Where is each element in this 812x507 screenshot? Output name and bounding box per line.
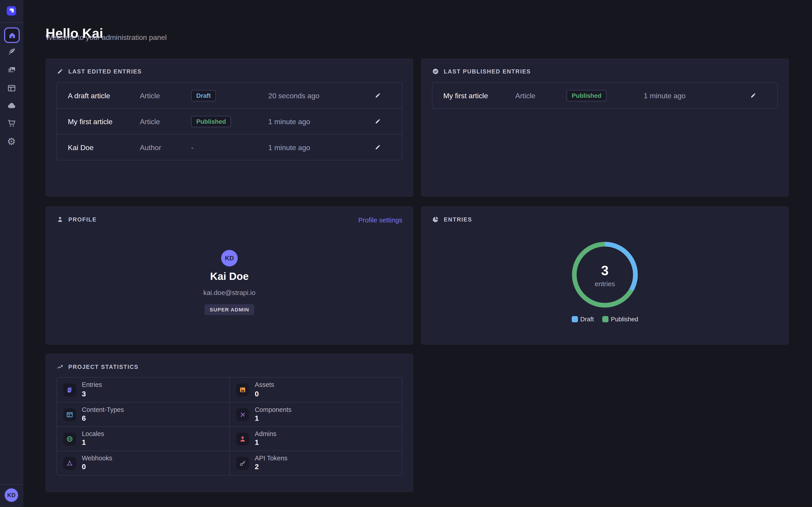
stat-label: Admins: [255, 431, 276, 438]
role-badge: SUPER ADMIN: [205, 304, 254, 315]
draft-swatch: [571, 316, 578, 323]
sidebar-item-media-library[interactable]: [0, 63, 23, 77]
page-subtitle: Welcome to your administration panel: [46, 33, 167, 42]
legend-item-published: Published: [602, 316, 638, 323]
stat-label: Assets: [255, 382, 274, 389]
stat-label: Content-Types: [82, 406, 124, 413]
stat-value: 0: [255, 389, 274, 398]
entry-time: 20 seconds ago: [268, 91, 364, 100]
entry-name: My first article: [443, 91, 515, 100]
entry-type: Article: [140, 117, 191, 125]
profile-settings-link[interactable]: Profile settings: [358, 216, 402, 224]
table-row[interactable]: A draft article Article Draft 20 seconds…: [57, 83, 402, 108]
stat-admins: Admins 1: [230, 426, 402, 451]
images-icon: [6, 65, 16, 75]
strapi-logo-icon: [8, 8, 15, 14]
trend-up-icon: [56, 363, 64, 371]
edit-entry-button[interactable]: [372, 142, 383, 153]
entry-time: 1 minute ago: [268, 143, 364, 152]
stat-components: Components 1: [230, 402, 402, 426]
table-row[interactable]: Kai Doe Author - 1 minute ago: [57, 134, 402, 160]
edit-entry-button[interactable]: [372, 116, 383, 127]
entry-type: Article: [515, 91, 566, 100]
entry-type: Article: [140, 91, 191, 100]
sidebar-divider-bottom: [0, 484, 23, 485]
table-row[interactable]: My first article Article Published 1 min…: [433, 83, 777, 108]
globe-icon: [63, 432, 76, 445]
stat-label: Components: [255, 406, 292, 413]
stat-value: 6: [82, 414, 124, 423]
entry-time: 1 minute ago: [644, 91, 740, 100]
panel-title: LAST EDITED ENTRIES: [68, 68, 142, 74]
entries-donut-chart: 3 entries: [570, 240, 640, 309]
sidebar-item-home[interactable]: [4, 27, 19, 43]
entries-count: 3: [570, 263, 640, 279]
chart-legend: Draft Published: [421, 316, 788, 323]
pencil-icon: [374, 144, 381, 151]
entries-count-label: entries: [570, 280, 640, 287]
stat-value: 2: [255, 463, 288, 471]
panel-title: PROJECT STATISTICS: [68, 364, 139, 370]
person-icon: [56, 216, 64, 223]
stat-label: Locales: [82, 431, 104, 438]
sidebar: ⚙ KD: [0, 0, 23, 507]
sidebar-item-content-manager[interactable]: [0, 44, 23, 59]
status-text: -: [191, 143, 268, 152]
stat-label: Entries: [82, 382, 102, 389]
stats-grid: Entries 3 Assets 0 Content-Types 6 Compo…: [56, 377, 402, 475]
last-published-table: My first article Article Published 1 min…: [432, 82, 778, 109]
stat-label: Webhooks: [82, 455, 112, 462]
sidebar-item-cloud[interactable]: [0, 98, 23, 113]
panel-title: LAST PUBLISHED ENTRIES: [444, 68, 531, 74]
molecule-icon: [236, 408, 249, 421]
stat-value: 1: [255, 438, 276, 447]
stat-value: 1: [255, 414, 292, 423]
panel-entries-chart: ENTRIES 3 entries Draft Published: [421, 207, 789, 344]
pencil-icon: [374, 92, 381, 99]
entry-name: My first article: [68, 117, 140, 125]
panel-header: ENTRIES: [432, 216, 472, 223]
panel-title: ENTRIES: [444, 216, 472, 223]
edit-entry-button[interactable]: [372, 90, 383, 101]
legend-item-draft: Draft: [571, 316, 594, 323]
stat-value: 0: [82, 463, 112, 471]
stat-api-tokens: API Tokens 2: [230, 451, 402, 475]
sidebar-divider-top: [0, 22, 23, 23]
pencil-icon: [750, 92, 756, 99]
panel-profile: PROFILE Profile settings KD Kai Doe kai.…: [46, 207, 413, 344]
status-badge: Published: [191, 116, 231, 127]
sidebar-item-marketplace[interactable]: [0, 116, 23, 130]
feather-icon: [6, 47, 16, 57]
sidebar-item-content-type-builder[interactable]: [0, 81, 23, 95]
stat-entries: Entries 3: [57, 378, 230, 402]
entry-name: A draft article: [68, 91, 140, 100]
stat-content-types: Content-Types 6: [57, 402, 230, 426]
panel-project-statistics: PROJECT STATISTICS Entries 3 Assets 0 Co…: [46, 354, 413, 492]
strapi-admin-dashboard: ⚙ KD Hello Kai Welcome to your administr…: [0, 0, 812, 507]
pencil-icon: [56, 68, 64, 75]
last-edited-table: A draft article Article Draft 20 seconds…: [56, 82, 402, 160]
panel-title: PROFILE: [68, 216, 97, 223]
edit-entry-button[interactable]: [748, 90, 758, 101]
panel-header: PROJECT STATISTICS: [56, 363, 139, 371]
cloud-icon: [6, 101, 16, 111]
stat-locales: Locales 1: [57, 426, 230, 451]
entry-type: Author: [140, 143, 191, 152]
strapi-logo[interactable]: [7, 6, 16, 15]
sidebar-user-avatar[interactable]: KD: [5, 488, 18, 502]
legend-label: Draft: [580, 316, 594, 323]
layout-icon: [6, 83, 16, 93]
stat-value: 3: [82, 389, 102, 398]
layout-icon: [63, 408, 76, 421]
status-badge: Draft: [191, 90, 216, 101]
gear-icon: ⚙: [7, 136, 16, 146]
entry-time: 1 minute ago: [268, 117, 364, 125]
stat-assets: Assets 0: [230, 378, 402, 402]
table-row[interactable]: My first article Article Published 1 min…: [57, 108, 402, 134]
panel-last-edited-entries: LAST EDITED ENTRIES A draft article Arti…: [46, 58, 413, 196]
stat-value: 1: [82, 438, 104, 447]
cart-icon: [6, 118, 16, 128]
sidebar-item-settings[interactable]: ⚙: [0, 134, 23, 149]
published-swatch: [602, 316, 608, 323]
home-icon: [8, 31, 16, 39]
